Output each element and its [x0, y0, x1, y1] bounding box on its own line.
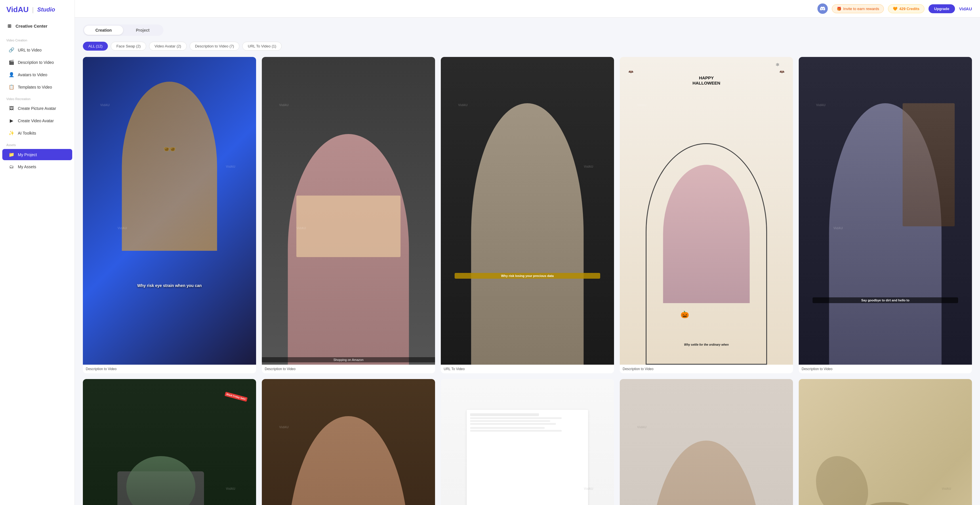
watermark: VidAU: [816, 103, 826, 107]
my-assets-label: My Assets: [18, 165, 36, 169]
invite-icon: 🎁: [837, 6, 841, 11]
filter-video-avatar[interactable]: Video Avatar (2): [149, 42, 187, 51]
video-thumbnail: VidAU VidAU Shopping on Amazon: [262, 57, 435, 365]
description-icon: 🎬: [9, 60, 14, 65]
credits-label: 429 Credits: [899, 6, 919, 11]
filter-url-to-video[interactable]: URL To Video (1): [242, 42, 282, 51]
video-card[interactable]: VidAU: [441, 379, 614, 505]
video-card[interactable]: VidAU: [799, 379, 972, 505]
thumb-overlay-text: Why settle for the ordinary when: [633, 343, 779, 346]
watermark: VidAU: [279, 426, 289, 429]
watermark: VidAU: [100, 103, 110, 107]
sidebar-label: Avatars to Video: [18, 73, 47, 77]
sidebar-label: Create Video Avatar: [18, 119, 54, 123]
card-label: Description to Video: [799, 365, 972, 373]
watermark: VidAU: [584, 487, 593, 490]
sidebar-item-ai-toolkits[interactable]: ✨ AI Toolkits: [2, 127, 72, 139]
thumb-overlay-text: Why risk eye strain when you can: [83, 283, 256, 288]
invite-label: Invite to earn rewards: [843, 6, 879, 11]
video-recreation-section-label: Video Recreation: [0, 93, 75, 102]
halloween-title: HAPPYHALLOWEEN: [620, 75, 793, 86]
video-card[interactable]: VidAU VidAU Say goodbye to dirt and hell…: [799, 57, 972, 373]
sidebar-item-my-project[interactable]: 📁 My Project: [2, 149, 72, 160]
video-thumbnail: Black Friday Sale! Black friday sales Vi…: [83, 379, 256, 505]
watermark: VidAU: [118, 226, 127, 230]
card-label: Description to Video: [83, 365, 256, 373]
sidebar-item-creative-center[interactable]: ⊞ Creative Center: [0, 20, 75, 32]
sidebar-item-create-video-avatar[interactable]: ▶ Create Video Avatar: [2, 115, 72, 126]
watermark: VidAU: [279, 103, 289, 107]
page-body: Creation Project ALL (12) Face Swap (2) …: [75, 17, 980, 505]
black-friday-badge: Black Friday Sale!: [224, 392, 247, 402]
sidebar-label: AI Toolkits: [18, 131, 36, 135]
main-content: 🎁 Invite to earn rewards 🧡 429 Credits U…: [75, 0, 980, 505]
assets-section-label: Assets: [0, 139, 75, 148]
card-label: Description to Video: [620, 365, 793, 373]
discord-button[interactable]: [818, 3, 828, 14]
video-thumbnail: VidAU VidAU Say goodbye to dirt and hell…: [799, 57, 972, 365]
logo-separator: |: [32, 6, 34, 14]
sidebar-label: Templates to Video: [18, 85, 52, 89]
heart-icon: 🧡: [893, 6, 897, 11]
sidebar-item-templates-to-video[interactable]: 📋 Templates to Video: [2, 81, 72, 93]
video-thumbnail: VidAU: [799, 379, 972, 505]
filter-pills: ALL (12) Face Swap (2) Video Avatar (2) …: [83, 42, 972, 51]
sidebar-label: Description to Video: [18, 60, 54, 65]
watermark: VidAU: [942, 487, 951, 490]
video-thumbnail: 🕶️ VidAU VidAU VidAU Why risk eye strain…: [83, 57, 256, 365]
watermark: VidAU: [637, 103, 646, 107]
watermark: VidAU: [584, 165, 593, 168]
video-card[interactable]: VidAU VidAU Description to Video: [262, 379, 435, 505]
video-card[interactable]: VidAU VidAU: [620, 379, 793, 505]
sidebar-label: Create Picture Avatar: [18, 106, 56, 111]
video-card[interactable]: VidAU VidAU Shopping on Amazon Descripti…: [262, 57, 435, 373]
card-label: Description to Video: [262, 365, 435, 373]
logo-vidau: VidAU: [6, 5, 29, 14]
tab-creation[interactable]: Creation: [84, 25, 123, 35]
picture-icon: 🖼: [9, 106, 14, 111]
assets-icon: 🗂: [9, 164, 14, 169]
sidebar-item-create-picture-avatar[interactable]: 🖼 Create Picture Avatar: [2, 103, 72, 114]
watermark: VidAU: [226, 165, 235, 168]
logo-studio: Studio: [37, 6, 55, 13]
sidebar-item-my-assets[interactable]: 🗂 My Assets: [2, 161, 72, 172]
video-creation-section-label: Video Creation: [0, 35, 75, 44]
video-thumbnail: HAPPYHALLOWEEN 🦇 🦇 🕸️ 🎃 VidAU Why settle…: [620, 57, 793, 365]
watermark: VidAU: [637, 426, 646, 429]
video-card[interactable]: HAPPYHALLOWEEN 🦇 🦇 🕸️ 🎃 VidAU Why settle…: [620, 57, 793, 373]
link-icon: 🔗: [9, 47, 14, 52]
thumb-overlay-text: Shopping on Amazon: [262, 357, 435, 362]
top-tabs: Creation Project: [83, 24, 164, 36]
sidebar-label: URL to Video: [18, 48, 42, 52]
sidebar-item-description-to-video[interactable]: 🎬 Description to Video: [2, 57, 72, 68]
video-card[interactable]: Black Friday Sale! Black friday sales Vi…: [83, 379, 256, 505]
template-icon: 📋: [9, 84, 14, 90]
sidebar: VidAU | Studio ⊞ Creative Center Video C…: [0, 0, 75, 505]
pumpkin: 🎃: [681, 311, 689, 319]
tab-project[interactable]: Project: [123, 25, 162, 35]
video-thumbnail: VidAU: [441, 379, 614, 505]
sidebar-item-url-to-video[interactable]: 🔗 URL to Video: [2, 44, 72, 56]
creative-center-label: Creative Center: [16, 24, 48, 29]
thumb-overlay-text: Say goodbye to dirt and hello to: [813, 297, 958, 303]
card-label: URL To Video: [441, 365, 614, 373]
invite-button[interactable]: 🎁 Invite to earn rewards: [832, 4, 884, 13]
filter-description-to-video[interactable]: Description to Video (7): [189, 42, 240, 51]
sidebar-item-avatars-to-video[interactable]: 👤 Avatars to Video: [2, 69, 72, 80]
video-grid: 🕶️ VidAU VidAU VidAU Why risk eye strain…: [83, 57, 972, 505]
filter-face-swap[interactable]: Face Swap (2): [111, 42, 146, 51]
grid-icon: ⊞: [6, 23, 12, 29]
upgrade-button[interactable]: Upgrade: [929, 4, 955, 13]
thumb-overlay-text: Why risk losing your precious data: [455, 273, 600, 279]
credits-button[interactable]: 🧡 429 Credits: [888, 4, 924, 13]
video-icon: ▶: [9, 118, 14, 123]
filter-all[interactable]: ALL (12): [83, 42, 108, 51]
watermark: VidAU: [458, 103, 468, 107]
video-card[interactable]: 🕶️ VidAU VidAU VidAU Why risk eye strain…: [83, 57, 256, 373]
project-icon: 📁: [9, 152, 14, 157]
watermark: VidAU: [226, 487, 235, 490]
video-thumbnail: VidAU VidAU: [262, 379, 435, 505]
video-card[interactable]: VidAU VidAU Why risk losing your preciou…: [441, 57, 614, 373]
logo-area: VidAU | Studio: [0, 0, 75, 19]
avatar-icon: 👤: [9, 72, 14, 77]
